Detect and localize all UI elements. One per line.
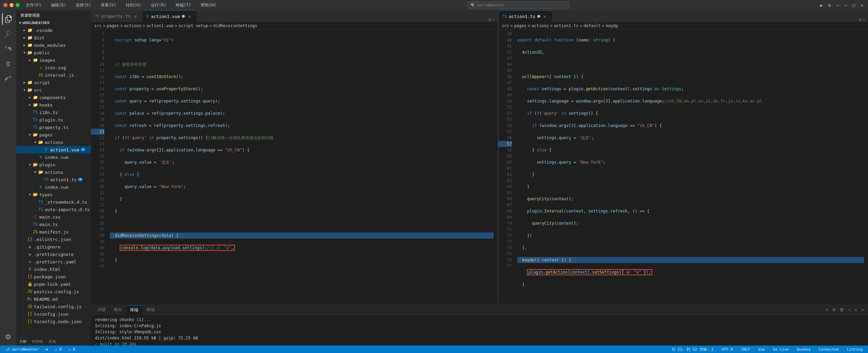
tree-item-plugints[interactable]: ▶ TS plugin.ts <box>16 116 91 124</box>
maximize-button[interactable]: □ <box>851 2 856 8</box>
statusbar-connected[interactable]: Connected <box>816 347 841 352</box>
run-button[interactable]: ▶ <box>819 2 824 8</box>
statusbar-sync[interactable]: ⊕ <box>44 347 50 352</box>
tab-close-action1vue[interactable]: ✕ <box>187 14 192 19</box>
bc-pages[interactable]: pages <box>107 23 119 28</box>
panel-tab-output[interactable]: 输出 <box>110 305 126 315</box>
right-split-icon[interactable]: ⊡ <box>859 17 862 22</box>
rbc-actions[interactable]: actions <box>532 23 549 28</box>
tree-item-action1vue[interactable]: ▶ V action1.vue M <box>16 146 91 153</box>
search-activity-icon[interactable] <box>2 28 14 40</box>
rbc-action1ts[interactable]: action1.ts <box>554 23 578 28</box>
menu-file[interactable]: 文件(F) <box>24 2 43 9</box>
rbc-pages[interactable]: pages <box>514 23 526 28</box>
tree-item-gitignore[interactable]: ▶ ◉ .gitignore <box>16 243 91 250</box>
extensions-icon[interactable] <box>2 73 14 85</box>
tab-close-action1ts[interactable]: ✕ <box>542 14 548 19</box>
more-button[interactable]: ⋯ <box>835 2 841 8</box>
tree-item-i18nts[interactable]: ▶ TS i18n.ts <box>16 109 91 116</box>
debug-button[interactable]: ⚙ <box>827 2 832 8</box>
terminal-content[interactable]: rendering chunks (1)... Inlining: index-… <box>91 315 868 346</box>
statusbar-language[interactable]: Vue <box>756 347 767 352</box>
tree-item-packagejson[interactable]: ▶ {} package.json <box>16 273 91 280</box>
run-debug-icon[interactable] <box>2 58 14 70</box>
tree-item-plugin[interactable]: ▼ 📂 plugin <box>16 161 91 168</box>
panel-collapse-btn[interactable]: ∧ <box>853 306 859 313</box>
tree-item-actions-plugin[interactable]: ▼ 📂 actions <box>16 168 91 176</box>
tree-item-eslintrc[interactable]: ▶ {} .eslintrc.json <box>16 236 91 243</box>
menu-edit[interactable]: 编辑(E) <box>49 2 68 9</box>
tree-item-indexhtml[interactable]: ▶ H index.html <box>16 265 91 273</box>
tree-item-autoimports[interactable]: ▶ TS auto-imports.d.ts <box>16 206 91 213</box>
settings-activity-icon[interactable] <box>2 331 14 343</box>
minimize-button[interactable]: ─ <box>843 2 849 8</box>
tree-item-tsconfig[interactable]: ▶ {} tsconfig.json <box>16 310 91 318</box>
source-control-icon[interactable] <box>2 43 14 55</box>
tree-item-hooks[interactable]: ▶ 📁 hooks <box>16 101 91 109</box>
split-editor-icon[interactable]: ⊡ <box>489 17 491 22</box>
bc-src[interactable]: src <box>94 23 102 28</box>
explorer-icon[interactable] <box>2 13 14 25</box>
left-code-content[interactable]: <script setup lang="ts"> // 获取所有所需 const… <box>107 30 494 305</box>
more-actions-icon[interactable]: ⋯ <box>492 17 495 22</box>
tree-item-tailwind[interactable]: ▶ JS tailwind.config.js <box>16 303 91 310</box>
statusbar-warnings[interactable]: ⚠ 0 <box>66 347 77 352</box>
panel-tab-problems[interactable]: 问题 <box>94 305 110 315</box>
menu-help[interactable]: 帮助(H) <box>199 2 218 9</box>
outline-tab[interactable]: 大纲 <box>19 339 26 344</box>
close-button[interactable]: ✕ <box>859 2 865 8</box>
bc-actions[interactable]: actions <box>124 23 141 28</box>
tree-item-public[interactable]: ▼ 📂 public <box>16 49 91 56</box>
rbc-default[interactable]: default <box>584 23 601 28</box>
tree-item-actions-pages[interactable]: ▼ 📂 actions <box>16 138 91 146</box>
right-more-icon[interactable]: ⋯ <box>863 17 865 22</box>
rbc-keyup[interactable]: keyUp <box>606 23 618 28</box>
bc-script-setup[interactable]: script setup <box>179 23 208 28</box>
tree-item-intervaljs[interactable]: ▶ JS interval.js <box>16 71 91 79</box>
menu-terminal[interactable]: 终端(T) <box>174 2 193 9</box>
tree-item-components[interactable]: ▶ 📁 components <box>16 94 91 101</box>
statusbar-encoding[interactable]: UTF-8 <box>719 347 735 352</box>
tab-propertyts[interactable]: TS property.ts ✕ <box>91 10 142 22</box>
tree-item-propertyts[interactable]: ▶ TS property.ts <box>16 124 91 131</box>
tree-item-pnpmlock[interactable]: ▶ 🔒 pnpm-lock.yaml <box>16 280 91 288</box>
sidebar-root[interactable]: ▼ WORLDWEATHER <box>16 19 91 26</box>
tree-item-src[interactable]: ▼ 📂 src <box>16 86 91 94</box>
right-code-content[interactable]: export default function (name: string) {… <box>515 30 864 305</box>
tab-action1vue[interactable]: V action1.vue ✕ <box>142 10 197 22</box>
statusbar-errors[interactable]: ⚠ 0 <box>53 347 64 352</box>
panel-tab-terminal[interactable]: 终端 <box>126 305 142 315</box>
panel-tab-debug[interactable]: 线端 <box>142 305 159 315</box>
tree-item-tsconfignode[interactable]: ▶ {} tsconfig.node.json <box>16 318 91 325</box>
tree-item-action1ts[interactable]: ▶ TS action1.ts M <box>16 176 91 183</box>
tree-item-readme[interactable]: ▶ M↓ README.md <box>16 295 91 303</box>
tree-item-prettierignore[interactable]: ▶ ◉ .prettierignore <box>16 250 91 258</box>
bc-action1vue[interactable]: action1.vue <box>146 23 173 28</box>
tree-item-maincss[interactable]: ▶ C main.css <box>16 213 91 221</box>
panel-more-btn[interactable]: ⋯ <box>847 306 852 313</box>
other-tab[interactable]: 其他 <box>48 339 56 344</box>
tree-item-images[interactable]: ▶ 📁 images <box>16 56 91 64</box>
menu-select[interactable]: 选择(S) <box>74 2 93 9</box>
statusbar-quokka[interactable]: Quokka <box>795 347 812 352</box>
tree-item-manifestjs[interactable]: ▶ JS manifest.js <box>16 228 91 236</box>
panel-trash-btn[interactable]: 🗑 <box>838 306 845 313</box>
tree-item-script[interactable]: ▶ 📁 script <box>16 79 91 86</box>
tree-item-indexvue-pages[interactable]: ▶ V index.vue <box>16 153 91 161</box>
tree-item-streamdock[interactable]: ▶ TS _streamdock.d.ts <box>16 198 91 206</box>
statusbar-position[interactable]: 行 21, 列 52 空格: 2 <box>670 347 715 352</box>
menu-view[interactable]: 查看(V) <box>99 2 118 9</box>
panel-add-btn[interactable]: + <box>825 306 830 313</box>
statusbar-branch[interactable]: ⎇ worldWeather <box>3 347 41 352</box>
tree-item-prettierrc[interactable]: ▶ ◈ .prettierrc.yaml <box>16 258 91 265</box>
tab-close-propertyts[interactable]: ✕ <box>133 14 138 19</box>
panel-close-btn[interactable]: ✕ <box>860 306 865 313</box>
panel-split-btn[interactable]: ⊞ <box>831 306 837 313</box>
tree-item-dist[interactable]: ▶ 📁 dist <box>16 34 91 41</box>
tree-item-iconsvg[interactable]: ▶ ◇ icon.svg <box>16 64 91 71</box>
statusbar-golive[interactable]: Go Live <box>771 347 791 352</box>
rbc-src[interactable]: src <box>502 23 509 28</box>
menu-run[interactable]: 运行(R) <box>149 2 168 9</box>
menu-goto[interactable]: 转到(G) <box>124 2 143 9</box>
search-box[interactable]: 🔍 worldWeather <box>468 1 569 9</box>
